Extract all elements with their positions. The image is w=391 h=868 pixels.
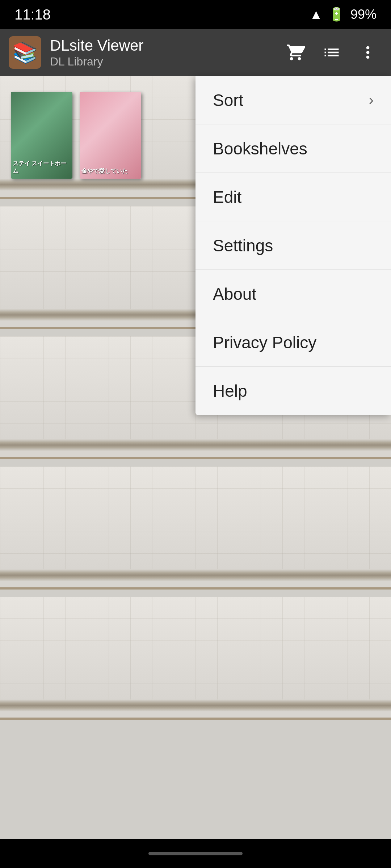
menu-item-edit-label: Edit xyxy=(213,187,241,207)
status-bar: 11:18 ▲ 🔋 99% xyxy=(0,0,391,29)
more-options-button[interactable] xyxy=(353,38,382,67)
menu-item-sort[interactable]: Sort › xyxy=(196,76,391,124)
menu-item-bookshelves[interactable]: Bookshelves xyxy=(196,124,391,173)
cart-icon xyxy=(286,43,305,62)
dropdown-menu: Sort › Bookshelves Edit Settings About P… xyxy=(196,76,391,415)
menu-item-edit[interactable]: Edit xyxy=(196,173,391,221)
menu-item-privacy-policy[interactable]: Privacy Policy xyxy=(196,318,391,367)
status-icons: ▲ 🔋 99% xyxy=(310,7,377,22)
menu-item-bookshelves-label: Bookshelves xyxy=(213,139,307,158)
menu-item-sort-label: Sort xyxy=(213,90,243,110)
book-item-2[interactable] xyxy=(80,92,141,179)
more-options-icon xyxy=(358,43,377,62)
menu-item-settings[interactable]: Settings xyxy=(196,221,391,270)
nav-bar xyxy=(0,839,391,868)
menu-item-help[interactable]: Help xyxy=(196,367,391,415)
home-indicator xyxy=(148,852,243,855)
menu-item-help-label: Help xyxy=(213,381,247,401)
menu-item-settings-label: Settings xyxy=(213,236,273,255)
menu-item-privacy-policy-label: Privacy Policy xyxy=(213,333,316,352)
list-view-icon xyxy=(322,43,341,62)
book-item-1[interactable] xyxy=(11,92,72,179)
app-bar-titles: DLsite Viewer DL Library xyxy=(50,37,281,68)
list-view-button[interactable] xyxy=(317,38,346,67)
app-bar-actions xyxy=(281,38,382,67)
cart-button[interactable] xyxy=(281,38,310,67)
app-logo: 📚 xyxy=(9,36,41,69)
shelf-row-4 xyxy=(0,467,391,590)
app-bar: 📚 DLsite Viewer DL Library xyxy=(0,29,391,76)
app-title: DLsite Viewer xyxy=(50,37,281,55)
menu-item-about-label: About xyxy=(213,284,256,304)
battery-level: 99% xyxy=(350,7,377,22)
app-subtitle: DL Library xyxy=(50,55,281,68)
menu-item-about[interactable]: About xyxy=(196,270,391,318)
sort-arrow-icon: › xyxy=(369,92,374,108)
battery-icon: 🔋 xyxy=(328,7,345,22)
shelf-row-5 xyxy=(0,597,391,720)
status-time: 11:18 xyxy=(14,7,51,23)
wifi-icon: ▲ xyxy=(310,7,323,22)
app-logo-icon: 📚 xyxy=(12,41,38,64)
